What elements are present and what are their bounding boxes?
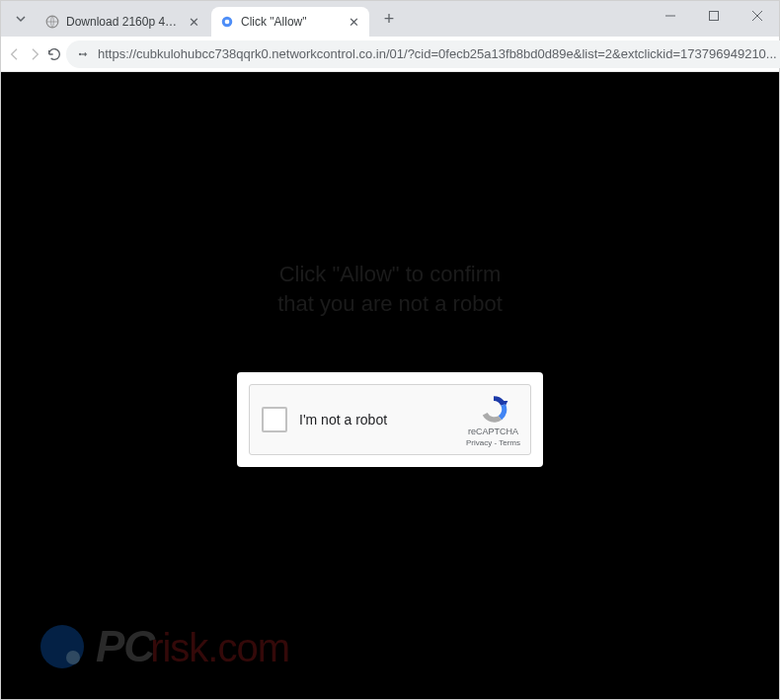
page-content: Click "Allow" to confirm that you are no…: [1, 72, 779, 699]
globe-icon: [44, 14, 60, 30]
recaptcha-widget: I'm not a robot reCAPTCHA Privacy - Term…: [249, 384, 531, 455]
svg-rect-6: [81, 53, 87, 54]
tab-title: Download 2160p 4K YIFY Movi: [66, 15, 182, 29]
watermark-badge-icon: [40, 625, 84, 668]
close-window-button[interactable]: [736, 1, 779, 31]
reload-icon: [46, 46, 62, 62]
tab-close-button[interactable]: ✕: [186, 14, 201, 30]
arrow-right-icon: [27, 46, 42, 62]
maximize-icon: [709, 11, 719, 21]
tab-active[interactable]: Click "Allow" ✕: [211, 7, 369, 37]
watermark-main: PC: [96, 622, 154, 670]
prompt-text: Click "Allow" to confirm that you are no…: [277, 260, 503, 318]
watermark-text: PCrisk.com: [96, 622, 289, 671]
prompt-line-1: Click "Allow" to confirm: [279, 262, 502, 286]
recaptcha-checkbox[interactable]: [262, 407, 287, 432]
arrow-left-icon: [7, 46, 23, 62]
browser-window: Download 2160p 4K YIFY Movi ✕ Click "All…: [0, 0, 780, 700]
toolbar: https://cubkulohubcc738qqrk0.networkcont…: [1, 37, 779, 72]
url-text: https://cubkulohubcc738qqrk0.networkcont…: [98, 46, 777, 61]
watermark: PCrisk.com: [40, 622, 289, 671]
svg-point-2: [225, 20, 230, 25]
recaptcha-links[interactable]: Privacy - Terms: [466, 438, 520, 447]
chevron-down-icon: [15, 13, 27, 25]
tab-title: Click "Allow": [241, 15, 342, 29]
recaptcha-label: I'm not a robot: [299, 412, 466, 428]
address-bar[interactable]: https://cubkulohubcc738qqrk0.networkcont…: [66, 40, 780, 68]
recaptcha-branding: reCAPTCHA Privacy - Terms: [466, 393, 520, 447]
site-info-icon[interactable]: [76, 47, 90, 61]
close-icon: [752, 11, 762, 21]
maximize-button[interactable]: [692, 1, 736, 31]
minimize-icon: [665, 11, 675, 21]
back-button[interactable]: [7, 40, 23, 68]
svg-point-5: [79, 52, 81, 54]
captcha-card: I'm not a robot reCAPTCHA Privacy - Term…: [237, 372, 543, 467]
forward-button[interactable]: [27, 40, 42, 68]
minimize-button[interactable]: [649, 1, 692, 31]
svg-rect-7: [85, 52, 86, 56]
site-favicon: [219, 14, 235, 30]
recaptcha-logo-icon: [478, 393, 509, 425]
recaptcha-brand-text: reCAPTCHA: [468, 427, 518, 436]
reload-button[interactable]: [46, 40, 62, 68]
tab-strip: Download 2160p 4K YIFY Movi ✕ Click "All…: [1, 1, 779, 37]
tab-inactive[interactable]: Download 2160p 4K YIFY Movi ✕: [37, 7, 209, 37]
tab-close-button[interactable]: ✕: [346, 14, 361, 30]
watermark-accent: risk.com: [150, 626, 289, 669]
new-tab-button[interactable]: +: [375, 5, 403, 33]
window-controls: [649, 1, 779, 37]
svg-rect-4: [710, 12, 719, 21]
tab-search-dropdown[interactable]: [9, 7, 33, 31]
prompt-line-2: that you are not a robot: [277, 291, 503, 316]
